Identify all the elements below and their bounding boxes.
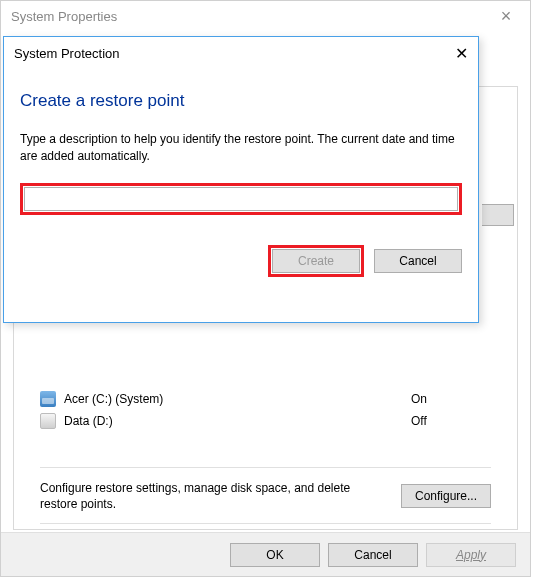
restore-point-description-input[interactable] (24, 187, 458, 211)
sysprops-title: System Properties (11, 9, 117, 24)
drive-name: Acer (C:) (System) (64, 392, 411, 406)
dialog-heading: Create a restore point (20, 91, 462, 111)
dialog-title: System Protection (14, 46, 120, 61)
drive-row[interactable]: Acer (C:) (System) On (40, 388, 491, 410)
apply-button: Apply (426, 543, 516, 567)
close-icon[interactable]: ✕ (438, 44, 468, 63)
divider (40, 467, 491, 468)
dialog-button-bar: OK Cancel Apply (1, 532, 530, 576)
description-input-highlight (20, 183, 462, 215)
configure-text: Configure restore settings, manage disk … (40, 480, 389, 512)
configure-button[interactable]: Configure... (401, 484, 491, 508)
partial-hidden-button (482, 204, 514, 226)
dialog-buttons: Create Cancel (20, 245, 462, 277)
drive-icon (40, 413, 56, 429)
dialog-titlebar: System Protection ✕ (4, 37, 478, 69)
divider (40, 523, 491, 524)
sysprops-titlebar: System Properties × (1, 1, 530, 31)
dialog-body: Create a restore point Type a descriptio… (4, 69, 478, 291)
dialog-cancel-button[interactable]: Cancel (374, 249, 462, 273)
dialog-description: Type a description to help you identify … (20, 131, 462, 165)
system-protection-dialog: System Protection ✕ Create a restore poi… (3, 36, 479, 323)
drive-status: Off (411, 414, 491, 428)
cancel-button[interactable]: Cancel (328, 543, 418, 567)
ok-button[interactable]: OK (230, 543, 320, 567)
drive-name: Data (D:) (64, 414, 411, 428)
drive-status: On (411, 392, 491, 406)
create-button-highlight: Create (268, 245, 364, 277)
dialog-create-button[interactable]: Create (272, 249, 360, 273)
drive-row[interactable]: Data (D:) Off (40, 410, 491, 432)
close-icon[interactable]: × (492, 6, 520, 27)
configure-row: Configure restore settings, manage disk … (40, 480, 491, 512)
drive-list: Acer (C:) (System) On Data (D:) Off (40, 388, 491, 432)
drive-icon (40, 391, 56, 407)
